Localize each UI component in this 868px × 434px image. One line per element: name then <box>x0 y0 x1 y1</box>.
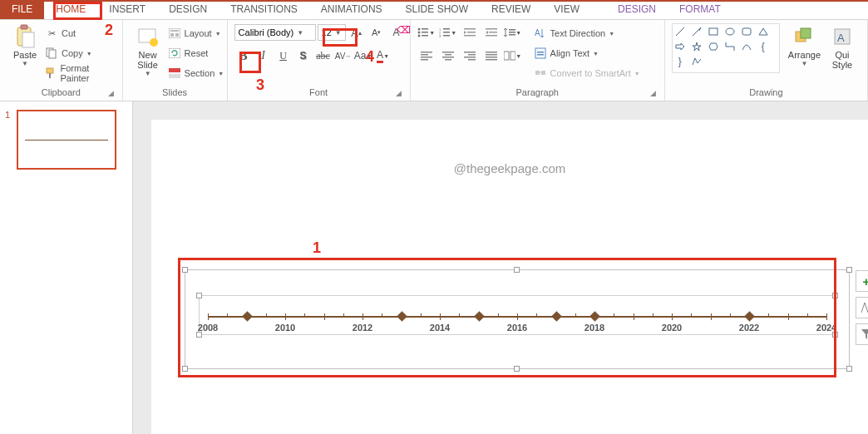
arrange-button[interactable]: Arrange ▼ <box>785 23 824 69</box>
align-right-button[interactable] <box>461 47 479 65</box>
chart-filters-button[interactable] <box>856 323 868 345</box>
resize-handle[interactable] <box>846 366 852 372</box>
shape-lbrace-icon[interactable]: { <box>757 41 769 52</box>
shape-rbrace-icon[interactable]: } <box>674 56 686 67</box>
resize-handle[interactable] <box>846 267 852 273</box>
layout-button[interactable]: Layout▼ <box>168 25 224 42</box>
resize-handle[interactable] <box>182 267 188 273</box>
svg-rect-5 <box>47 68 53 73</box>
convert-smartart-button[interactable]: Convert to SmartArt▼ <box>534 65 640 81</box>
chart-styles-button[interactable] <box>856 297 868 318</box>
format-painter-button[interactable]: Format Painter <box>45 65 116 81</box>
char-spacing-button[interactable]: AV↔ <box>334 47 353 65</box>
tab-slideshow[interactable]: SLIDE SHOW <box>394 2 480 19</box>
resize-handle[interactable] <box>182 366 188 372</box>
tab-view[interactable]: VIEW <box>542 2 591 19</box>
tab-review[interactable]: REVIEW <box>480 2 542 19</box>
new-slide-button[interactable]: New Slide ▼ <box>130 23 166 79</box>
font-launcher[interactable]: ◢ <box>395 89 403 97</box>
font-name-combo[interactable]: Calibri (Body)▼ <box>234 24 316 41</box>
resize-handle[interactable] <box>514 366 520 372</box>
text-direction-button[interactable]: A Text Direction▼ <box>534 25 640 42</box>
timeline-marker[interactable] <box>242 311 253 322</box>
shape-star-icon[interactable] <box>691 41 703 52</box>
timeline-marker[interactable] <box>474 311 485 322</box>
font-color-button[interactable]: A▼ <box>374 47 392 65</box>
shape-rarrow-icon[interactable] <box>674 41 686 52</box>
svg-rect-58 <box>537 54 544 56</box>
quick-styles-label: Qui Style <box>832 50 852 70</box>
grow-font-button[interactable]: A▴ <box>348 23 366 42</box>
tab-animations[interactable]: ANIMATIONS <box>309 2 394 19</box>
align-text-button[interactable]: Align Text▼ <box>534 45 640 62</box>
timeline-marker[interactable] <box>744 311 755 322</box>
columns-button[interactable]: ▼ <box>504 47 522 65</box>
bold-button[interactable]: B <box>234 47 253 65</box>
resize-handle[interactable] <box>832 332 838 338</box>
tab-design[interactable]: DESIGN <box>157 2 219 19</box>
timeline-marker[interactable] <box>397 311 407 322</box>
shapes-gallery[interactable]: { } <box>672 23 780 73</box>
increase-indent-button[interactable] <box>482 23 501 42</box>
align-center-button[interactable] <box>439 47 457 65</box>
shape-connector-icon[interactable] <box>724 41 736 52</box>
reset-label: Reset <box>185 48 209 58</box>
chevron-down-icon: ▼ <box>86 51 92 57</box>
svg-rect-11 <box>170 33 174 37</box>
paste-button[interactable]: Paste ▼ <box>7 23 43 69</box>
shadow-button[interactable]: S <box>294 47 313 65</box>
line-spacing-button[interactable]: ▼ <box>504 23 522 42</box>
justify-button[interactable] <box>482 47 501 65</box>
annotation-num-3: 3 <box>256 76 264 94</box>
underline-button[interactable]: U <box>274 47 293 65</box>
shape-oval-icon[interactable] <box>724 26 736 37</box>
shape-arrow-icon[interactable] <box>691 26 703 37</box>
shrink-font-button[interactable]: A▾ <box>367 23 386 42</box>
paragraph-launcher[interactable]: ◢ <box>649 89 658 97</box>
tab-file[interactable]: FILE <box>0 2 44 19</box>
slide-thumbnail-1[interactable] <box>17 110 116 170</box>
tab-insert[interactable]: INSERT <box>97 2 157 19</box>
layout-label: Layout <box>185 28 212 38</box>
quick-styles-button[interactable]: A Qui Style <box>824 23 861 72</box>
align-left-button[interactable] <box>417 47 436 65</box>
resize-handle[interactable] <box>832 293 838 298</box>
slide-editor[interactable]: @thegeekpage.com 20082010201220142016201… <box>133 101 868 434</box>
shape-rect-icon[interactable] <box>708 26 719 37</box>
new-slide-icon <box>136 25 160 48</box>
resize-handle[interactable] <box>196 293 202 298</box>
resize-handle[interactable] <box>514 267 520 273</box>
tab-chart-format[interactable]: FORMAT <box>668 2 732 19</box>
shape-freeform-icon[interactable] <box>691 56 703 67</box>
font-size-value: 12 <box>322 27 332 37</box>
chart-object[interactable]: 200820102012201420162018202020222024 + <box>185 269 850 369</box>
svg-rect-36 <box>509 34 515 36</box>
numbering-button[interactable]: 123▼ <box>439 23 457 42</box>
resize-handle[interactable] <box>196 332 202 338</box>
bullets-button[interactable]: ▼ <box>417 23 436 42</box>
strikethrough-button[interactable]: abc <box>314 47 333 65</box>
font-size-combo[interactable]: 12▼ <box>318 24 346 41</box>
shape-curve-icon[interactable] <box>741 41 752 52</box>
timeline-marker[interactable] <box>589 311 600 322</box>
annotation-num-4: 4 <box>366 48 374 66</box>
chart-elements-button[interactable]: + <box>856 270 868 292</box>
italic-button[interactable]: I <box>254 47 273 65</box>
tab-home[interactable]: HOME <box>44 2 97 19</box>
svg-point-64 <box>726 28 734 35</box>
shape-roundrect-icon[interactable] <box>741 26 752 37</box>
clipboard-launcher[interactable]: ◢ <box>107 89 116 97</box>
copy-button[interactable]: Copy ▼ <box>45 45 116 62</box>
clear-formatting-button[interactable]: A⌫ <box>387 23 406 42</box>
plot-area[interactable]: 200820102012201420162018202020222024 <box>199 295 836 335</box>
shape-hexagon-icon[interactable] <box>708 41 719 52</box>
timeline-marker[interactable] <box>551 311 562 322</box>
tab-chart-design[interactable]: DESIGN <box>606 2 668 19</box>
shape-triangle-icon[interactable] <box>757 26 769 37</box>
tab-transitions[interactable]: TRANSITIONS <box>219 2 309 19</box>
decrease-indent-button[interactable] <box>461 23 479 42</box>
section-button[interactable]: Section▼ <box>168 65 224 81</box>
shape-line-icon[interactable] <box>674 26 686 37</box>
reset-button[interactable]: Reset <box>168 45 224 62</box>
slide-canvas[interactable]: @thegeekpage.com 20082010201220142016201… <box>151 120 868 434</box>
